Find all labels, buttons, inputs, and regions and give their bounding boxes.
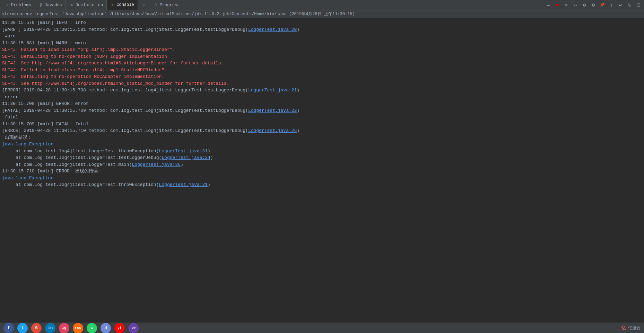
social-rss[interactable]: rss xyxy=(73,323,83,333)
line-suffix: ) xyxy=(297,108,299,113)
settings-button-2[interactable]: ⚙ xyxy=(589,1,598,9)
console-line-slf4j-5: SLF4J: Defaulting to no-operation MDCAda… xyxy=(2,73,642,80)
stop-button[interactable]: ■ xyxy=(553,1,562,9)
console-line-slf4j-1: SLF4J: Failed to load class "org.slf4j.i… xyxy=(2,46,642,53)
loggertest-link-31b[interactable]: LoggerTest.java:31 xyxy=(159,182,207,187)
scroll-lock-button[interactable]: ↕ xyxy=(607,1,616,9)
console-line-exception-1: java.lang.Exception xyxy=(2,141,642,148)
social-facebook[interactable]: f xyxy=(3,323,14,333)
tab-javadoc-label: Javadoc xyxy=(45,3,62,8)
collapse-button[interactable]: □ xyxy=(634,1,643,9)
social-discord[interactable]: d xyxy=(101,323,111,333)
console-line: 11:30:15.710 [main] ERROR: 出现的错误： xyxy=(2,168,642,175)
close-all-button[interactable]: ✕✕ xyxy=(571,1,580,9)
line-text: at com.log.test.log4j1test.LoggerTest.th… xyxy=(2,148,159,154)
tab-debug-icon[interactable]: ✕ xyxy=(138,0,150,10)
tab-declaration[interactable]: ≡ Declaration xyxy=(66,0,107,10)
line-suffix: ) xyxy=(297,27,299,32)
console-line-slf4j-4: SLF4J: Failed to load class "org.slf4j.i… xyxy=(2,67,642,74)
javadoc-icon: @ xyxy=(38,3,43,8)
console-line: 11:30:15.709 [main] FATAL: fatal xyxy=(2,121,642,128)
line-suffix: ) xyxy=(210,155,213,160)
bottom-bar: f t G in ig rss w d yt tw 亿 亿速云 xyxy=(0,323,644,333)
watermark-text: 亿速云 xyxy=(628,325,641,331)
pin-icon: 📌 xyxy=(600,3,605,7)
tab-console[interactable]: ▶ Console xyxy=(107,0,138,10)
console-line: fatal xyxy=(2,114,642,121)
social-instagram[interactable]: ig xyxy=(59,323,69,333)
line-suffix: ) xyxy=(208,148,210,154)
line-text: at com.log.test.log4j1test.LoggerTest.th… xyxy=(2,182,159,187)
console-line-slf4j-2: SLF4J: Defaulting to no-operation (NOP) … xyxy=(2,53,642,60)
tab-javadoc[interactable]: @ Javadoc xyxy=(35,0,66,10)
tab-declaration-label: Declaration xyxy=(76,3,103,8)
console-line: 11:30:15.708 [main] ERROR: error xyxy=(2,100,642,107)
console-line: 出现的错误： xyxy=(2,134,642,141)
line-text: at com.log.test.log4j1test.LoggerTest.ma… xyxy=(2,162,132,167)
social-linkedin[interactable]: in xyxy=(45,323,55,333)
tab-progress[interactable]: ⏱ Progress xyxy=(150,0,184,10)
close-button[interactable]: ✕ xyxy=(562,1,571,9)
line-text: [ERROR] 2019-04-28 11:30:15,710 method: … xyxy=(2,128,248,133)
tab-progress-label: Progress xyxy=(160,3,180,8)
minimize-icon: — xyxy=(547,2,550,8)
social-twitter[interactable]: t xyxy=(17,323,28,333)
collapse-icon: □ xyxy=(637,2,640,8)
line-text: [ERROR] 2019-04-28 11:30:15,708 method: … xyxy=(2,88,248,93)
loggertest-link-26[interactable]: LoggerTest.java:26 xyxy=(248,128,297,133)
loggertest-link-21[interactable]: LoggerTest.java:21 xyxy=(248,88,297,93)
console-line: at com.log.test.log4j1test.LoggerTest.th… xyxy=(2,148,642,155)
tab-problems[interactable]: ⚠ Problems xyxy=(1,0,35,10)
settings-button-1[interactable]: ⚙ xyxy=(580,1,589,9)
clear-button[interactable]: ⎗ xyxy=(625,1,634,9)
console-line: at com.log.test.log4j1test.LoggerTest.th… xyxy=(2,181,642,188)
loggertest-link-24[interactable]: LoggerTest.java:24 xyxy=(162,155,210,160)
console-line-exception-2: java.lang.Exception xyxy=(2,175,642,182)
console-line: [WARN ] 2019-04-28 11:30:15,581 method: … xyxy=(2,26,642,33)
console-line: at com.log.test.log4j1test.LoggerTest.ma… xyxy=(2,161,642,168)
declaration-icon: ≡ xyxy=(69,3,74,8)
pin-button[interactable]: 📌 xyxy=(598,1,607,9)
line-suffix: ) xyxy=(181,162,183,167)
clear-icon: ⎗ xyxy=(628,2,631,8)
social-google[interactable]: G xyxy=(31,323,42,333)
console-output[interactable]: 11:30:15.578 [main] INFO : info [WARN ] … xyxy=(0,18,644,323)
console-line: at com.log.test.log4j1test.LoggerTest.te… xyxy=(2,154,642,161)
wrap-button[interactable]: ↩ xyxy=(616,1,625,9)
console-line: 11:30:15.578 [main] INFO : info xyxy=(2,19,642,26)
tab-console-label: Console xyxy=(116,2,134,7)
watermark: 亿 亿速云 xyxy=(621,325,641,331)
social-youtube[interactable]: yt xyxy=(114,323,125,333)
console-line: [ERROR] 2019-04-28 11:30:15,710 method: … xyxy=(2,127,642,134)
tab-bar: ⚠ Problems @ Javadoc ≡ Declaration ▶ Con… xyxy=(0,0,644,10)
wrap-icon: ↩ xyxy=(619,2,622,8)
status-text: <terminated> LoggerTest [Java Applicatio… xyxy=(2,11,355,17)
minimize-button[interactable]: — xyxy=(544,1,552,9)
social-whatsapp[interactable]: w xyxy=(87,323,97,333)
console-icon: ▶ xyxy=(110,2,115,7)
progress-icon: ⏱ xyxy=(154,3,158,8)
line-text: [WARN ] 2019-04-28 11:30:15,581 method: … xyxy=(2,27,248,32)
social-twitch[interactable]: tw xyxy=(128,323,139,333)
exception-link-1[interactable]: java.lang.Exception xyxy=(2,142,53,147)
loggertest-link-36[interactable]: LoggerTest.java:36 xyxy=(132,162,180,167)
loggertest-link-20[interactable]: LoggerTest.java:20 xyxy=(248,27,297,32)
stop-icon: ■ xyxy=(556,2,559,8)
status-bar: <terminated> LoggerTest [Java Applicatio… xyxy=(0,10,644,18)
toolbar-right: — ■ ✕ ✕✕ ⚙ ⚙ 📌 ↕ ↩ ⎗ □ xyxy=(544,1,643,9)
line-text: [FATAL] 2019-04-28 11:30:15,709 method: … xyxy=(2,108,248,113)
social-icons: f t G in ig rss w d yt tw xyxy=(3,323,139,333)
settings-icon-2: ⚙ xyxy=(592,2,595,8)
line-suffix: ) xyxy=(208,182,210,187)
close-all-icon: ✕✕ xyxy=(573,3,577,7)
console-line: [FATAL] 2019-04-28 11:30:15,709 method: … xyxy=(2,107,642,114)
settings-icon-1: ⚙ xyxy=(583,2,586,8)
loggertest-link-22[interactable]: LoggerTest.java:22 xyxy=(248,108,297,113)
loggertest-link-31a[interactable]: LoggerTest.java:31 xyxy=(159,148,207,154)
console-line: 11:30:15.581 [main] WARN : warn xyxy=(2,40,642,47)
problems-icon: ⚠ xyxy=(5,3,10,8)
console-line: error xyxy=(2,94,642,101)
line-suffix: ) xyxy=(297,128,299,133)
exception-link-2[interactable]: java.lang.Exception xyxy=(2,176,53,181)
line-text: at com.log.test.log4j1test.LoggerTest.te… xyxy=(2,155,162,160)
